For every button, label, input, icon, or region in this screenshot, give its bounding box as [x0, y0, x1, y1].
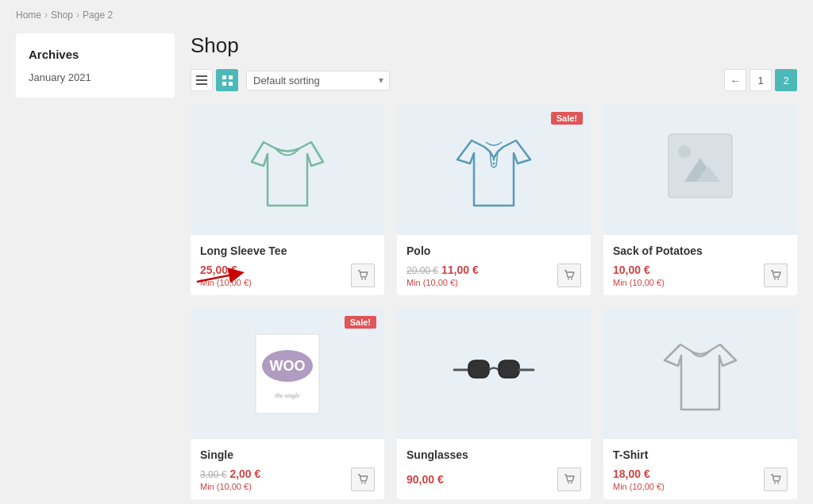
price-min: Min (10,00 €) — [200, 278, 346, 287]
svg-rect-4 — [229, 75, 233, 79]
product-name-single: Single — [200, 448, 375, 461]
svg-rect-6 — [229, 82, 233, 86]
svg-point-10 — [493, 162, 495, 164]
sidebar: Archives January 2021 — [16, 33, 175, 98]
product-image-polo[interactable]: Sale! — [397, 104, 591, 235]
price-min: Min (10,00 €) — [613, 482, 759, 491]
list-icon — [196, 75, 207, 85]
breadcrumb-home[interactable]: Home — [16, 10, 41, 21]
archives-box: Archives January 2021 — [16, 33, 175, 98]
product-info-long-sleeve-tee: Long Sleeve Tee 25,00 € Min (10,00 €) — [191, 235, 384, 295]
price-block-tshirt: 18,00 € Min (10,00 €) — [613, 467, 759, 491]
add-to-cart-button-sunglasses[interactable] — [557, 467, 581, 491]
add-to-cart-button-long-sleeve-tee[interactable] — [351, 264, 375, 287]
price-block-single: 3,00 €2,00 € Min (10,00 €) — [200, 467, 346, 491]
list-view-button[interactable] — [191, 69, 213, 91]
svg-text:the single: the single — [275, 392, 300, 399]
svg-rect-3 — [222, 75, 226, 79]
price-sale: 11,00 € — [441, 264, 479, 276]
product-info-sunglasses: Sunglasses 90,00 € — [397, 439, 591, 499]
add-to-cart-button-tshirt[interactable] — [764, 467, 788, 491]
product-card-long-sleeve-tee: Long Sleeve Tee 25,00 € Min (10,00 €) — [191, 104, 384, 295]
product-info-tshirt: T-Shirt 18,00 € Min (10,00 €) — [603, 439, 797, 499]
product-name-sack-of-potatoes: Sack of Potatoes — [613, 244, 788, 257]
cart-icon — [770, 474, 781, 485]
product-name-long-sleeve-tee: Long Sleeve Tee — [200, 244, 375, 257]
price-old: 3,00 € — [200, 469, 226, 480]
sidebar-link-jan2021[interactable]: January 2021 — [29, 71, 91, 83]
product-name-polo: Polo — [406, 244, 581, 257]
cart-icon — [564, 270, 575, 281]
product-image-sack-of-potatoes[interactable] — [603, 104, 797, 235]
svg-rect-2 — [196, 83, 207, 85]
breadcrumb-current: Page 2 — [83, 10, 113, 21]
price-block-polo: 20,00 €11,00 € Min (10,00 €) — [406, 264, 553, 287]
svg-rect-27 — [468, 360, 489, 378]
product-card-single: Sale! WOO the single Single 3,00 €2,00 €… — [191, 308, 384, 499]
svg-point-11 — [568, 279, 569, 280]
toolbar: Default sorting Sort by popularity Sort … — [191, 69, 797, 91]
breadcrumb-shop[interactable]: Shop — [51, 10, 73, 21]
svg-rect-28 — [499, 360, 519, 378]
svg-point-25 — [364, 483, 366, 484]
svg-point-16 — [678, 145, 691, 158]
product-card-sack-of-potatoes: Sack of Potatoes 10,00 € Min (10,00 €) — [603, 104, 797, 295]
product-price-row-sack-of-potatoes: 10,00 € Min (10,00 €) — [613, 264, 788, 287]
svg-rect-1 — [196, 79, 207, 81]
price-block-long-sleeve-tee: 25,00 € Min (10,00 €) — [200, 264, 346, 287]
product-card-polo: Sale! Polo 20,00 €11,00 € Min (10,00 €) — [397, 104, 591, 295]
pagination-page-2[interactable]: 2 — [775, 69, 797, 91]
product-card-sunglasses: Sunglasses 90,00 € — [397, 308, 591, 499]
price-regular: 18,00 € — [613, 467, 650, 480]
pagination-top: ← 1 2 — [724, 69, 797, 91]
product-image-single[interactable]: Sale! WOO the single — [191, 308, 384, 439]
product-price-row-tshirt: 18,00 € Min (10,00 €) — [613, 467, 788, 491]
svg-point-24 — [361, 483, 363, 484]
price-min: Min (10,00 €) — [406, 278, 553, 287]
cart-icon — [770, 270, 781, 281]
add-to-cart-button-polo[interactable] — [557, 264, 581, 287]
add-to-cart-button-single[interactable] — [351, 467, 375, 491]
price-sale: 2,00 € — [229, 467, 260, 480]
main-content: Shop — [191, 33, 797, 499]
price-min: Min (10,00 €) — [200, 482, 346, 491]
product-price-row-sunglasses: 90,00 € — [406, 467, 581, 491]
price-min: Min (10,00 €) — [613, 278, 759, 287]
product-price-row-polo: 20,00 €11,00 € Min (10,00 €) — [406, 264, 581, 287]
product-image-tshirt[interactable] — [603, 308, 797, 439]
product-grid: Long Sleeve Tee 25,00 € Min (10,00 €) Sa… — [191, 104, 797, 499]
product-info-single: Single 3,00 €2,00 € Min (10,00 €) — [191, 439, 384, 499]
sort-select[interactable]: Default sorting Sort by popularity Sort … — [246, 71, 390, 90]
sort-wrapper: Default sorting Sort by popularity Sort … — [246, 71, 390, 90]
product-price-row-single: 3,00 €2,00 € Min (10,00 €) — [200, 467, 375, 491]
svg-point-31 — [571, 483, 572, 484]
svg-point-17 — [774, 279, 776, 280]
price-regular: 10,00 € — [613, 264, 650, 276]
pagination-prev[interactable]: ← — [724, 69, 746, 91]
product-name-sunglasses: Sunglasses — [406, 448, 581, 461]
price-old: 20,00 € — [406, 265, 438, 276]
svg-rect-5 — [222, 82, 226, 86]
add-to-cart-button-sack-of-potatoes[interactable] — [764, 264, 788, 287]
pagination-page-1[interactable]: 1 — [749, 69, 772, 91]
price-regular: 90,00 € — [406, 473, 444, 486]
product-info-polo: Polo 20,00 €11,00 € Min (10,00 €) — [397, 235, 591, 295]
cart-icon — [564, 474, 575, 485]
product-info-sack-of-potatoes: Sack of Potatoes 10,00 € Min (10,00 €) — [603, 235, 797, 295]
svg-point-18 — [777, 279, 779, 280]
archives-title: Archives — [29, 48, 162, 61]
product-image-sunglasses[interactable] — [397, 308, 591, 439]
cart-icon — [357, 270, 368, 281]
grid-view-button[interactable] — [216, 69, 238, 91]
product-price-row-long-sleeve-tee: 25,00 € Min (10,00 €) — [200, 264, 375, 287]
price-regular: 25,00 € — [200, 264, 237, 276]
product-image-long-sleeve-tee[interactable] — [191, 104, 384, 235]
cart-icon — [357, 474, 368, 485]
svg-point-8 — [364, 279, 366, 280]
breadcrumb-sep-2: › — [76, 10, 79, 21]
svg-text:WOO: WOO — [270, 358, 306, 374]
product-card-tshirt: T-Shirt 18,00 € Min (10,00 €) — [603, 308, 797, 499]
toolbar-left: Default sorting Sort by popularity Sort … — [191, 69, 390, 91]
sale-badge: Sale! — [551, 112, 583, 125]
price-block-sack-of-potatoes: 10,00 € Min (10,00 €) — [613, 264, 759, 287]
